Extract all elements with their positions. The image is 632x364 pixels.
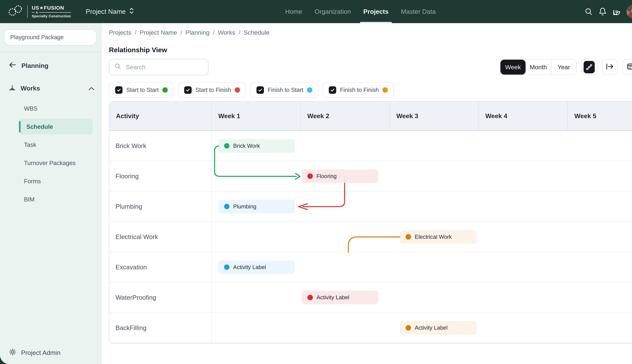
view-toggle-year[interactable]: Year xyxy=(551,60,576,74)
table-row-brick-work: Brick WorkBrick Work xyxy=(109,131,632,161)
bell-icon[interactable] xyxy=(598,8,607,16)
table-row-plumbing: PlumbingPlumbing xyxy=(109,192,632,222)
sidebar-back-planning[interactable]: Planning xyxy=(0,60,101,71)
breadcrumb-separator: / xyxy=(213,29,215,36)
search-input-icon xyxy=(114,63,121,72)
sidebar-footer-project-admin[interactable]: Project Admin xyxy=(0,348,101,364)
legend-chip-start-to-start[interactable]: Start to Start xyxy=(109,82,174,98)
activity-bar-dot xyxy=(224,204,230,209)
search-input[interactable] xyxy=(125,63,203,71)
legend-color-dot xyxy=(235,87,240,93)
activity-bar-label: Plumbing xyxy=(233,203,256,210)
activity-bar[interactable]: Flooring xyxy=(302,169,378,183)
view-toggle-month[interactable]: Month xyxy=(526,60,551,74)
breadcrumb-item-schedule[interactable]: Schedule xyxy=(244,29,269,36)
screen: US★FUSION & Specialty Construction Proje… xyxy=(0,0,632,364)
legend-color-dot xyxy=(307,87,312,93)
checkbox-checked-icon[interactable] xyxy=(256,86,264,94)
main-nav: HomeOrganizationProjectsMaster Data xyxy=(136,0,584,23)
gantt-row-area: Activity Label xyxy=(212,313,632,343)
jump-to-end-button[interactable] xyxy=(602,59,618,75)
breadcrumb-item-planning[interactable]: Planning xyxy=(186,29,210,36)
brand-name: US★FUSION xyxy=(32,5,71,10)
relationship-toggle-button[interactable] xyxy=(581,59,597,75)
sidebar-divider xyxy=(0,52,101,52)
activity-name: BackFilling xyxy=(109,313,212,343)
column-header-week-1: Week 1 xyxy=(212,102,301,130)
table-row-electrical-work: Electrical WorkElectrical Work xyxy=(109,222,632,252)
column-header-activity: Activity xyxy=(109,102,212,130)
gantt-row-area: Activity Label xyxy=(212,282,632,312)
gantt-row-area: Activity Label xyxy=(212,252,632,282)
page-title: Relationship View xyxy=(109,46,632,54)
checkbox-checked-icon[interactable] xyxy=(184,86,192,94)
avatar[interactable] xyxy=(626,4,632,18)
infinity-logo-icon xyxy=(8,4,23,18)
brand-amp-row: & xyxy=(32,11,71,14)
activity-bar-label: Activity Label xyxy=(415,325,448,331)
breadcrumb: Projects/Project Name/Planning/Works/Sch… xyxy=(109,29,632,36)
legend-chip-finish-to-start[interactable]: Finish to Start xyxy=(250,82,318,98)
legend-color-dot xyxy=(382,87,388,93)
legend-chip-start-to-finish[interactable]: Start to Finish xyxy=(178,82,246,98)
activity-name: Plumbing xyxy=(109,192,212,222)
topbar: US★FUSION & Specialty Construction Proje… xyxy=(0,0,632,23)
table-row-backfilling: BackFillingActivity Label xyxy=(109,313,632,343)
sidebar-items: WBSScheduleTaskTurnover PackagesFormsBIM xyxy=(0,100,101,208)
nav-item-organization[interactable]: Organization xyxy=(314,0,351,23)
activity-bar[interactable]: Plumbing xyxy=(218,200,295,213)
sidebar-item-task[interactable]: Task xyxy=(0,136,101,154)
gantt-row-area: Brick Work xyxy=(212,131,632,161)
view-toggle-week[interactable]: Week xyxy=(500,60,526,74)
project-selector[interactable]: Project Name xyxy=(83,7,136,16)
schedule-table-body: Brick WorkBrick WorkFlooringFlooringPlum… xyxy=(109,131,632,343)
sidebar-item-turnover-packages[interactable]: Turnover Packages xyxy=(0,154,101,172)
activity-name: WaterProofing xyxy=(109,282,212,312)
sidebar: Playground Package Planning xyxy=(0,23,102,364)
activity-bar[interactable]: Electrical Work xyxy=(400,230,477,244)
breadcrumb-item-projects[interactable]: Projects xyxy=(109,29,131,36)
sidebar-back-label: Planning xyxy=(22,62,48,70)
sidebar-item-schedule[interactable]: Schedule xyxy=(19,119,93,134)
search-icon[interactable] xyxy=(584,8,593,16)
column-header-week-5: Week 5 xyxy=(568,102,632,130)
sidebar-item-forms[interactable]: Forms xyxy=(0,172,101,190)
legend-label: Start to Start xyxy=(126,87,159,93)
activity-bar[interactable]: Activity Label xyxy=(218,260,295,274)
nav-item-projects[interactable]: Projects xyxy=(363,0,388,23)
chat-icon[interactable] xyxy=(612,8,621,16)
breadcrumb-item-works[interactable]: Works xyxy=(218,29,235,36)
legend-chip-finish-to-finish[interactable]: Finish to Finish xyxy=(322,82,394,98)
chevron-up-down-icon xyxy=(129,7,134,16)
checkbox-checked-icon[interactable] xyxy=(115,86,122,94)
sidebar-section-works[interactable]: Works xyxy=(0,83,101,94)
brand-star-icon: ★ xyxy=(40,6,43,10)
main-content: Projects/Project Name/Planning/Works/Sch… xyxy=(102,23,632,364)
package-selector[interactable]: Playground Package xyxy=(4,29,97,45)
activity-bar[interactable]: Activity Label xyxy=(302,291,378,304)
legend-color-dot xyxy=(162,87,168,93)
toolbar: WeekMonthYear xyxy=(109,59,632,75)
activity-bar[interactable]: Activity Label xyxy=(400,321,477,335)
nav-item-master-data[interactable]: Master Data xyxy=(401,0,436,23)
sidebar-item-bim[interactable]: BIM xyxy=(0,190,101,208)
topbar-icons xyxy=(584,4,632,18)
calendar-button[interactable] xyxy=(622,59,632,75)
gantt-row-area: Flooring xyxy=(212,161,632,191)
relationship-legend: Start to StartStart to FinishFinish to S… xyxy=(109,82,632,98)
breadcrumb-item-project-name[interactable]: Project Name xyxy=(140,29,177,36)
legend-label: Finish to Finish xyxy=(340,87,379,93)
checkbox-checked-icon[interactable] xyxy=(329,86,336,94)
sidebar-item-wbs[interactable]: WBS xyxy=(0,100,101,118)
column-header-week-3: Week 3 xyxy=(390,102,479,130)
activity-bar-dot xyxy=(224,143,230,148)
legend-label: Finish to Start xyxy=(268,87,303,93)
search-box xyxy=(109,59,208,75)
schedule-table: ActivityWeek 1Week 2Week 3Week 4Week 5 B… xyxy=(109,101,632,344)
activity-name: Excavation xyxy=(109,252,212,282)
nav-item-home[interactable]: Home xyxy=(285,0,302,23)
activity-name: Flooring xyxy=(109,161,212,191)
column-header-week-4: Week 4 xyxy=(479,102,568,130)
activity-bar[interactable]: Brick Work xyxy=(218,139,295,153)
activity-bar-label: Activity Label xyxy=(233,264,266,270)
